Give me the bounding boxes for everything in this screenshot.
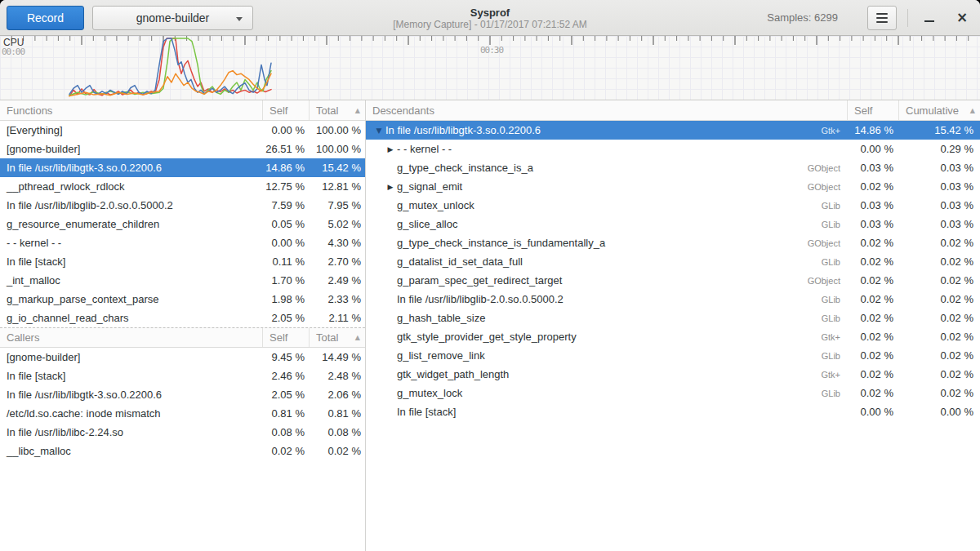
library-category-tag: GLib <box>822 257 847 267</box>
caller-name: /etc/ld.so.cache: inode mismatch <box>0 407 262 420</box>
descendant-cumulative-value: 0.03 % <box>898 162 980 174</box>
function-name: In file /usr/lib/libgtk-3.so.0.2200.6 <box>0 162 262 174</box>
caller-self-value: 2.46 % <box>262 370 309 382</box>
close-button[interactable]: × <box>951 7 973 29</box>
descendant-name: gtk_style_provider_get_style_property <box>397 331 577 343</box>
descendant-row[interactable]: In file [stack]0.00 %0.00 % <box>366 402 980 421</box>
function-total-value: 2.70 % <box>309 256 365 268</box>
library-category-tag: Gtk+ <box>821 332 847 342</box>
cpu-usage-graph[interactable]: CPU 00:00 00:30 <box>0 36 980 100</box>
function-row[interactable]: g_io_channel_read_chars2.05 %2.11 % <box>0 309 365 327</box>
expander-expanded-icon[interactable]: ▼ <box>372 127 385 135</box>
descendant-row[interactable]: g_type_check_instance_is_fundamentally_a… <box>366 233 980 252</box>
descendant-row[interactable]: g_param_spec_get_redirect_targetGObject0… <box>366 271 980 290</box>
descendant-row[interactable]: In file /usr/lib/libglib-2.0.so.0.5000.2… <box>366 290 980 309</box>
callers-total-column-header[interactable]: Total▲ <box>309 328 365 347</box>
descendant-name-cell: gtk_style_provider_get_style_propertyGtk… <box>366 331 847 343</box>
descendant-name-cell: In file [stack] <box>366 406 847 418</box>
sort-ascending-icon: ▲ <box>355 107 365 114</box>
library-category-tag: GLib <box>822 389 847 398</box>
functions-total-column-header[interactable]: Total▲ <box>309 100 365 120</box>
descendant-row[interactable]: g_datalist_id_set_data_fullGLib0.02 %0.0… <box>366 252 980 271</box>
function-name: [Everything] <box>0 124 262 136</box>
caller-row[interactable]: __libc_malloc0.02 %0.02 % <box>0 442 365 460</box>
menu-button[interactable] <box>867 6 897 30</box>
caller-self-value: 0.81 % <box>262 407 309 420</box>
descendant-cumulative-value: 0.02 % <box>898 331 980 343</box>
function-row[interactable]: _int_malloc1.70 %2.49 % <box>0 271 365 290</box>
descendants-column-header[interactable]: Descendants <box>366 100 847 120</box>
descendant-row[interactable]: gtk_style_provider_get_style_propertyGtk… <box>366 327 980 346</box>
descendant-row[interactable]: g_type_check_instance_is_aGObject0.03 %0… <box>366 158 980 177</box>
function-row[interactable]: g_markup_parse_context_parse1.98 %2.33 % <box>0 290 365 309</box>
descendants-self-column-header[interactable]: Self <box>847 100 898 120</box>
descendant-row[interactable]: gtk_widget_path_lengthGtk+0.02 %0.02 % <box>366 365 980 384</box>
caller-total-value: 0.02 % <box>309 445 365 457</box>
sort-ascending-icon: ▲ <box>970 107 980 114</box>
library-category-tag: GLib <box>822 295 847 304</box>
timeline-tick-mid: 00:30 <box>480 45 503 56</box>
functions-table: [Everything]0.00 %100.00 %[gnome-builder… <box>0 121 365 327</box>
function-name: _int_malloc <box>0 274 262 287</box>
caller-name: __libc_malloc <box>0 445 262 457</box>
descendant-name-cell: g_list_remove_linkGLib <box>366 349 847 362</box>
chevron-down-icon <box>236 17 243 21</box>
descendant-cumulative-value: 0.03 % <box>898 199 980 211</box>
process-selector-dropdown[interactable]: gnome-builder <box>92 6 253 30</box>
caller-row[interactable]: [gnome-builder]9.45 %14.49 % <box>0 348 365 367</box>
descendant-name: g_datalist_id_set_data_full <box>397 256 523 268</box>
library-category-tag: GObject <box>808 163 847 173</box>
callers-self-column-header[interactable]: Self <box>262 328 309 347</box>
callers-column-header[interactable]: Callers <box>0 328 262 347</box>
caller-self-value: 0.02 % <box>262 445 309 457</box>
caller-row[interactable]: In file /usr/lib/libgtk-3.so.0.2200.62.0… <box>0 385 365 404</box>
expander-collapsed-icon[interactable]: ▶ <box>384 183 397 191</box>
function-row[interactable]: In file /usr/lib/libglib-2.0.so.0.5000.2… <box>0 196 365 215</box>
descendant-row[interactable]: g_list_remove_linkGLib0.02 %0.02 % <box>366 346 980 365</box>
record-button[interactable]: Record <box>7 6 84 30</box>
descendants-cumulative-column-header[interactable]: Cumulative▲ <box>898 100 980 120</box>
descendant-row[interactable]: g_hash_table_sizeGLib0.02 %0.02 % <box>366 309 980 327</box>
library-category-tag: GLib <box>822 351 847 361</box>
function-total-value: 2.49 % <box>309 274 365 287</box>
descendant-self-value: 0.00 % <box>847 406 898 418</box>
left-pane: Functions Self Total▲ [Everything]0.00 %… <box>0 100 366 551</box>
caller-row[interactable]: In file [stack]2.46 %2.48 % <box>0 367 365 385</box>
descendant-row[interactable]: g_mutex_lockGLib0.02 %0.02 % <box>366 384 980 402</box>
expander-collapsed-icon[interactable]: ▶ <box>384 145 397 153</box>
function-name: In file /usr/lib/libglib-2.0.so.0.5000.2 <box>0 199 262 211</box>
descendant-cumulative-value: 0.02 % <box>898 237 980 249</box>
descendant-row[interactable]: ▼In file /usr/lib/libgtk-3.so.0.2200.6Gt… <box>366 121 980 140</box>
function-name: In file [stack] <box>0 256 262 268</box>
caller-total-value: 2.48 % <box>309 370 365 382</box>
descendant-name: g_slice_alloc <box>397 218 457 230</box>
functions-self-column-header[interactable]: Self <box>262 100 309 120</box>
function-row[interactable]: - - kernel - -0.00 %4.30 % <box>0 233 365 252</box>
caller-row[interactable]: In file /usr/lib/libc-2.24.so0.08 %0.08 … <box>0 423 365 442</box>
function-row[interactable]: [gnome-builder]26.51 %100.00 % <box>0 140 365 158</box>
descendant-cumulative-value: 0.02 % <box>898 387 980 399</box>
descendant-row[interactable]: ▶g_signal_emitGObject0.02 %0.03 % <box>366 177 980 196</box>
function-row[interactable]: [Everything]0.00 %100.00 % <box>0 121 365 140</box>
descendant-name: g_type_check_instance_is_fundamentally_a <box>397 237 605 249</box>
function-row[interactable]: In file /usr/lib/libgtk-3.so.0.2200.614.… <box>0 158 365 177</box>
descendant-self-value: 0.02 % <box>847 312 898 324</box>
function-row[interactable]: g_resource_enumerate_children0.05 %5.02 … <box>0 215 365 233</box>
descendant-self-value: 14.86 % <box>847 124 898 136</box>
descendant-row[interactable]: g_mutex_unlockGLib0.03 %0.03 % <box>366 196 980 215</box>
descendant-row[interactable]: g_slice_allocGLib0.03 %0.03 % <box>366 215 980 233</box>
functions-column-header[interactable]: Functions <box>0 100 262 120</box>
descendant-cumulative-value: 0.02 % <box>898 349 980 362</box>
caller-row[interactable]: /etc/ld.so.cache: inode mismatch0.81 %0.… <box>0 404 365 423</box>
minimize-button[interactable] <box>918 7 941 29</box>
descendant-name: In file [stack] <box>397 406 456 418</box>
timeline-tick-start: 00:00 <box>2 47 24 57</box>
caller-self-value: 0.08 % <box>262 426 309 438</box>
descendant-self-value: 0.02 % <box>847 387 898 399</box>
descendant-row[interactable]: ▶- - kernel - -0.00 %0.29 % <box>366 140 980 158</box>
function-row[interactable]: __pthread_rwlock_rdlock12.75 %12.81 % <box>0 177 365 196</box>
caller-total-value: 2.06 % <box>309 389 365 401</box>
library-category-tag: Gtk+ <box>821 126 847 136</box>
function-row[interactable]: In file [stack]0.11 %2.70 % <box>0 252 365 271</box>
function-name: g_io_channel_read_chars <box>0 312 262 324</box>
